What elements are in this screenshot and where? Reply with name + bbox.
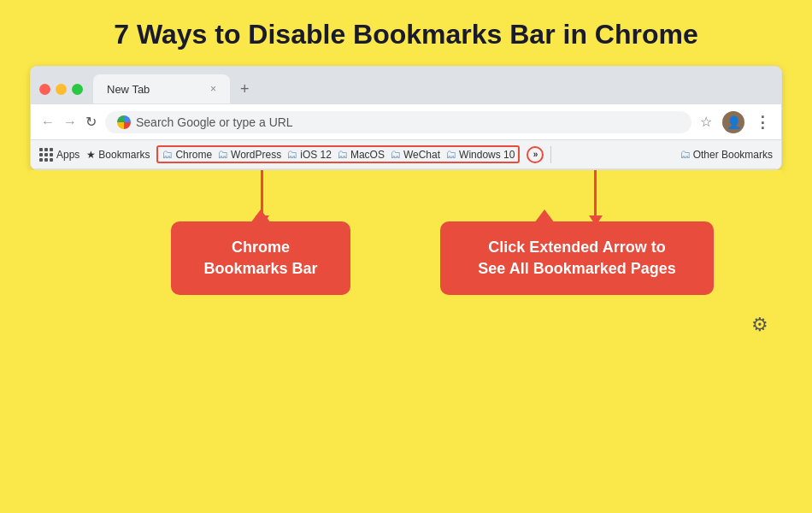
folder-icon: 🗂 [390,148,401,161]
bookmark-chrome-label: Chrome [175,149,212,161]
folder-icon: 🗂 [286,148,297,161]
menu-icon[interactable]: ⋮ [755,113,771,132]
bookmark-macos[interactable]: 🗂 MacOS [337,148,385,161]
folder-icon: 🗂 [162,148,173,161]
bookmarks-bar: Apps ★ Bookmarks 🗂 Chrome 🗂 WordPress 🗂 … [31,140,781,169]
bookmark-star-icon[interactable]: ☆ [700,114,712,130]
bookmark-windows10[interactable]: 🗂 Windows 10 [445,148,515,161]
page-title: 7 Ways to Disable Bookmarks Bar in Chrom… [114,19,697,50]
other-bookmarks-item[interactable]: 🗂 Other Bookmarks [680,148,773,161]
gear-icon[interactable]: ⚙ [751,314,768,336]
apps-grid-icon [39,148,53,162]
folder-icon: 🗂 [337,148,348,161]
folder-icon: 🗂 [217,148,228,161]
callout-right: Click Extended Arrow toSee All Bookmarke… [440,221,714,295]
browser-window: New Tab × + ← → ↻ Search Google or type … [30,66,782,170]
address-bar: ← → ↻ Search Google or type a URL ☆ 👤 ⋮ [31,104,781,140]
annotation-area: ChromeBookmarks Bar Click Extended Arrow… [30,170,782,350]
close-button[interactable] [39,84,50,95]
browser-tab[interactable]: New Tab × [93,74,230,103]
separator [550,146,551,163]
bookmark-wordpress[interactable]: 🗂 WordPress [217,148,281,161]
right-arrow [594,170,597,217]
bookmarks-label: Bookmarks [98,149,150,161]
google-logo-icon [117,115,131,129]
bookmark-chrome[interactable]: 🗂 Chrome [162,148,212,161]
tab-title: New Tab [107,83,150,96]
new-tab-button[interactable]: + [235,80,255,98]
callout-left-text: ChromeBookmarks Bar [203,239,317,277]
bookmark-wechat-label: WeChat [403,149,440,161]
window-controls [39,84,83,95]
tab-close-button[interactable]: × [210,83,216,95]
maximize-button[interactable] [72,84,83,95]
tab-bar: New Tab × + [31,67,781,104]
address-bar-actions: ☆ 👤 ⋮ [700,111,771,133]
star-icon: ★ [86,149,96,161]
forward-button[interactable]: → [63,115,77,130]
bookmark-ios12-label: iOS 12 [300,149,332,161]
callout-right-text: Click Extended Arrow toSee All Bookmarke… [478,239,675,277]
extend-button[interactable]: » [527,146,544,163]
reload-button[interactable]: ↻ [85,114,97,130]
apps-item[interactable]: Apps [39,148,79,162]
apps-label: Apps [56,149,79,161]
bookmarks-folder-group: 🗂 Chrome 🗂 WordPress 🗂 iOS 12 🗂 MacOS 🗂 … [156,145,520,163]
address-input[interactable]: Search Google or type a URL [105,111,691,133]
other-bookmarks-label: Other Bookmarks [693,149,773,161]
bookmark-wechat[interactable]: 🗂 WeChat [390,148,440,161]
callout-left: ChromeBookmarks Bar [171,221,350,295]
bookmark-ios12[interactable]: 🗂 iOS 12 [286,148,332,161]
bookmark-wordpress-label: WordPress [231,149,281,161]
bookmark-windows10-label: Windows 10 [459,149,515,161]
address-text: Search Google or type a URL [136,115,293,129]
avatar[interactable]: 👤 [722,111,744,133]
other-bookmarks-folder-icon: 🗂 [680,148,691,161]
folder-icon: 🗂 [445,148,456,161]
minimize-button[interactable] [56,84,67,95]
bookmark-macos-label: MacOS [350,149,385,161]
bookmarks-item[interactable]: ★ Bookmarks [86,149,150,161]
back-button[interactable]: ← [41,115,55,130]
